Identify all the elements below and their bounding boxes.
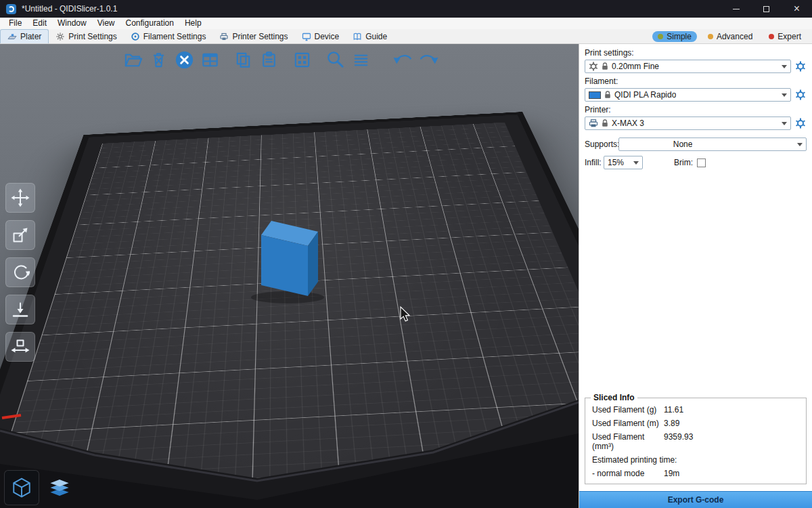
scale-icon	[11, 226, 30, 245]
tab-device[interactable]: Device	[295, 29, 346, 43]
print-bed[interactable]	[0, 114, 579, 508]
layer-list-icon	[351, 49, 371, 70]
printer-combo[interactable]: X-MAX 3	[585, 117, 791, 130]
arrange-icon	[200, 49, 221, 70]
dropdown-caret-icon	[782, 122, 787, 128]
search-icon	[325, 49, 346, 70]
mode-simple-label: Simple	[667, 32, 692, 41]
sliced-info-title: Sliced Info	[591, 393, 637, 402]
gear-icon	[795, 118, 806, 129]
rotate-icon	[11, 263, 30, 282]
filament-gear-button[interactable]	[794, 89, 807, 101]
preview-layers-icon	[48, 476, 71, 499]
tab-print-settings-label: Print Settings	[68, 32, 116, 41]
copy-button[interactable]	[231, 47, 256, 72]
used-filament-mm3-value: 9359.93	[664, 432, 693, 451]
window-controls: ×	[721, 0, 812, 18]
mode-expert[interactable]: Expert	[763, 31, 807, 42]
menu-configuration[interactable]: Configuration	[120, 18, 179, 29]
undo-button[interactable]	[390, 47, 415, 72]
preview-layers-button[interactable]	[42, 470, 77, 505]
delete-all-button[interactable]	[172, 47, 197, 72]
close-button[interactable]: ×	[782, 0, 812, 18]
search-button[interactable]	[323, 47, 348, 72]
menu-file[interactable]: File	[3, 18, 27, 29]
expert-mode-dot-icon	[769, 34, 774, 39]
menu-help[interactable]: Help	[179, 18, 207, 29]
filament-label: Filament:	[585, 77, 807, 86]
editor-cube-icon	[11, 477, 32, 499]
tab-filament-settings[interactable]: Filament Settings	[124, 29, 213, 43]
tab-printer-settings[interactable]: Printer Settings	[212, 29, 294, 43]
instances-button[interactable]	[290, 47, 315, 72]
sliced-info-row: Used Filament (m) 3.89	[592, 419, 799, 428]
export-gcode-button[interactable]: Export G-code	[579, 491, 812, 508]
dropdown-caret-icon	[797, 143, 803, 149]
copy-icon	[233, 49, 254, 70]
normal-mode-label: - normal mode	[592, 469, 664, 478]
brim-label: Brim:	[674, 158, 693, 167]
print-settings-row: 0.20mm Fine	[585, 60, 807, 73]
used-filament-m-label: Used Filament (m)	[592, 419, 664, 428]
printer-icon	[589, 119, 598, 128]
3d-viewport[interactable]	[0, 44, 579, 508]
measure-icon	[11, 337, 30, 356]
used-filament-g-value: 11.61	[664, 405, 683, 415]
paste-button[interactable]	[256, 47, 281, 72]
printer-value: X-MAX 3	[612, 119, 644, 128]
guide-icon	[353, 32, 362, 41]
editor-view-button[interactable]	[4, 470, 39, 505]
printer-gear-button[interactable]	[794, 117, 807, 129]
menu-edit[interactable]: Edit	[27, 18, 52, 29]
gear-icon	[55, 32, 65, 41]
advanced-mode-dot-icon	[708, 34, 713, 39]
open-button[interactable]	[120, 47, 145, 72]
gear-icon	[795, 61, 806, 72]
printer-label: Printer:	[585, 105, 807, 114]
used-filament-m-value: 3.89	[664, 419, 679, 428]
lock-icon	[602, 62, 608, 70]
supports-combo[interactable]: None	[618, 137, 807, 151]
open-folder-icon	[122, 49, 143, 70]
infill-combo[interactable]: 15%	[604, 156, 643, 169]
scale-tool-button[interactable]	[5, 220, 35, 250]
place-on-face-tool-button[interactable]	[5, 295, 35, 324]
delete-button[interactable]	[146, 47, 171, 72]
print-settings-label: Print settings:	[585, 48, 807, 58]
move-tool-button[interactable]	[5, 183, 35, 213]
minimize-button[interactable]	[721, 0, 751, 18]
preset-gear-icon	[589, 62, 598, 71]
arrange-button[interactable]	[198, 47, 223, 72]
supports-value: None	[673, 140, 693, 149]
tab-print-settings[interactable]: Print Settings	[49, 29, 123, 43]
rotate-tool-button[interactable]	[5, 257, 35, 287]
print-settings-gear-button[interactable]	[794, 60, 807, 72]
menu-window[interactable]: Window	[52, 18, 92, 29]
layer-list-button[interactable]	[348, 47, 374, 72]
filament-row: QIDI PLA Rapido	[585, 88, 807, 102]
maximize-button[interactable]	[751, 0, 782, 18]
tab-filament-settings-label: Filament Settings	[143, 32, 206, 41]
brim-checkbox[interactable]	[697, 158, 706, 167]
delete-trash-icon	[148, 49, 169, 70]
filament-icon	[131, 32, 140, 41]
tab-plater[interactable]: Plater	[0, 29, 49, 43]
instances-icon	[292, 49, 313, 70]
mode-simple[interactable]: Simple	[652, 31, 697, 42]
window-title: *Untitled - QIDISlicer-1.0.1	[22, 4, 117, 14]
minimize-icon	[733, 9, 740, 9]
tab-guide[interactable]: Guide	[346, 29, 394, 43]
measure-tool-button[interactable]	[5, 332, 35, 362]
maximize-icon	[763, 6, 769, 12]
filament-combo[interactable]: QIDI PLA Rapido	[585, 88, 791, 102]
undo-icon	[392, 49, 414, 71]
mode-advanced[interactable]: Advanced	[702, 31, 758, 42]
print-settings-combo[interactable]: 0.20mm Fine	[585, 60, 791, 73]
title-bar: *Untitled - QIDISlicer-1.0.1 ×	[0, 0, 812, 18]
infill-value: 15%	[608, 158, 624, 167]
supports-label: Supports:	[585, 140, 618, 149]
redo-button[interactable]	[416, 47, 441, 72]
infill-brim-row: Infill: 15% Brim:	[585, 156, 807, 169]
delete-all-icon	[174, 49, 195, 70]
menu-view[interactable]: View	[92, 18, 120, 29]
